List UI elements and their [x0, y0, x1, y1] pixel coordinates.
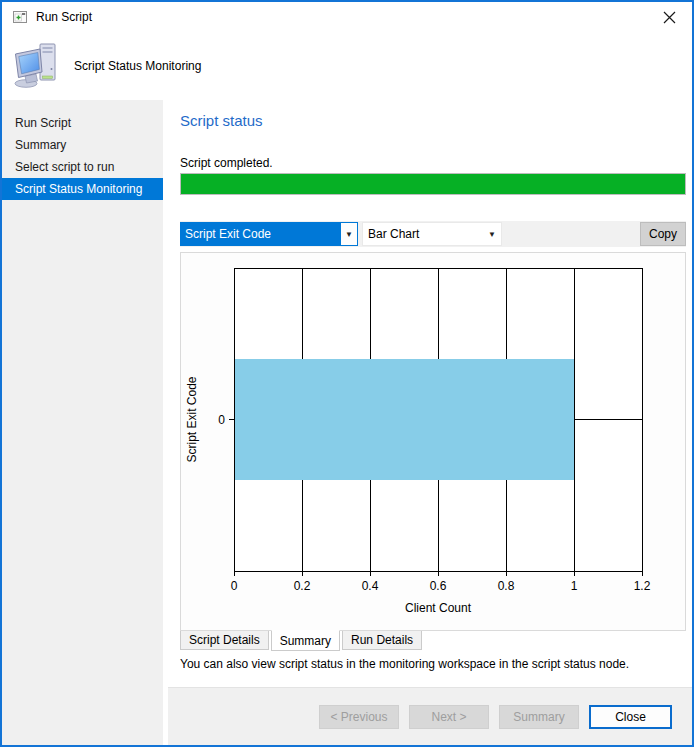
- svg-text:0.8: 0.8: [498, 579, 515, 593]
- copy-button[interactable]: Copy: [640, 222, 686, 246]
- svg-text:0.4: 0.4: [362, 579, 379, 593]
- monitoring-note: You can also view script status in the m…: [180, 657, 686, 671]
- previous-button[interactable]: < Previous: [319, 705, 399, 729]
- chevron-down-icon[interactable]: ▼: [340, 223, 357, 245]
- tab-run-details[interactable]: Run Details: [342, 631, 422, 650]
- window-title: Run Script: [36, 10, 92, 24]
- chart-type-combobox[interactable]: Bar Chart ▼: [362, 222, 502, 246]
- svg-text:0: 0: [231, 579, 238, 593]
- progress-bar: [180, 173, 686, 195]
- summary-button[interactable]: Summary: [499, 705, 579, 729]
- content-inner: Script status Script completed. Script E…: [168, 100, 692, 687]
- chart-panel: 00.20.40.60.811.20Client CountScript Exi…: [180, 252, 686, 631]
- next-button[interactable]: Next >: [409, 705, 489, 729]
- close-icon[interactable]: [654, 5, 684, 29]
- header-title: Script Status Monitoring: [74, 59, 201, 73]
- wizard-sidebar: Run Script Summary Select script to run …: [2, 100, 163, 745]
- title-bar: Run Script: [2, 2, 692, 32]
- data-series-combobox[interactable]: Script Exit Code ▼: [180, 222, 358, 246]
- svg-text:1: 1: [571, 579, 578, 593]
- wizard-header: Script Status Monitoring: [2, 32, 692, 100]
- page-title: Script status: [180, 112, 686, 129]
- computer-icon: [12, 41, 60, 89]
- svg-text:0.2: 0.2: [294, 579, 311, 593]
- script-status-text: Script completed.: [180, 156, 686, 170]
- sidebar-item-script-status-monitoring[interactable]: Script Status Monitoring: [2, 178, 163, 200]
- run-script-dialog: Run Script Script Sta: [0, 0, 694, 747]
- svg-text:1.2: 1.2: [634, 579, 651, 593]
- chart-tabstrip: Script Details Summary Run Details: [180, 631, 686, 652]
- button-bar: < Previous Next > Summary Close: [168, 687, 692, 745]
- close-button[interactable]: Close: [589, 705, 672, 729]
- chart-toolbar: Script Exit Code ▼ Bar Chart ▼ Copy: [180, 221, 686, 247]
- chevron-down-icon[interactable]: ▼: [483, 230, 501, 239]
- bar-chart: 00.20.40.60.811.20Client CountScript Exi…: [181, 253, 685, 630]
- sidebar-item-run-script[interactable]: Run Script: [2, 112, 163, 134]
- tab-summary[interactable]: Summary: [271, 630, 340, 651]
- svg-text:0.6: 0.6: [430, 579, 447, 593]
- sidebar-item-summary[interactable]: Summary: [2, 134, 163, 156]
- progress-fill: [181, 174, 685, 194]
- main-content: Script status Script completed. Script E…: [168, 100, 692, 745]
- svg-text:Client Count: Client Count: [405, 601, 472, 615]
- data-series-combobox-value: Script Exit Code: [181, 223, 340, 245]
- svg-text:Script Exit Code: Script Exit Code: [185, 376, 199, 462]
- chart-type-combobox-value: Bar Chart: [363, 227, 483, 241]
- sidebar-item-select-script[interactable]: Select script to run: [2, 156, 163, 178]
- svg-text:0: 0: [218, 413, 225, 427]
- dialog-body: Run Script Summary Select script to run …: [2, 100, 692, 745]
- tab-script-details[interactable]: Script Details: [180, 631, 269, 650]
- app-window-icon: [12, 9, 28, 25]
